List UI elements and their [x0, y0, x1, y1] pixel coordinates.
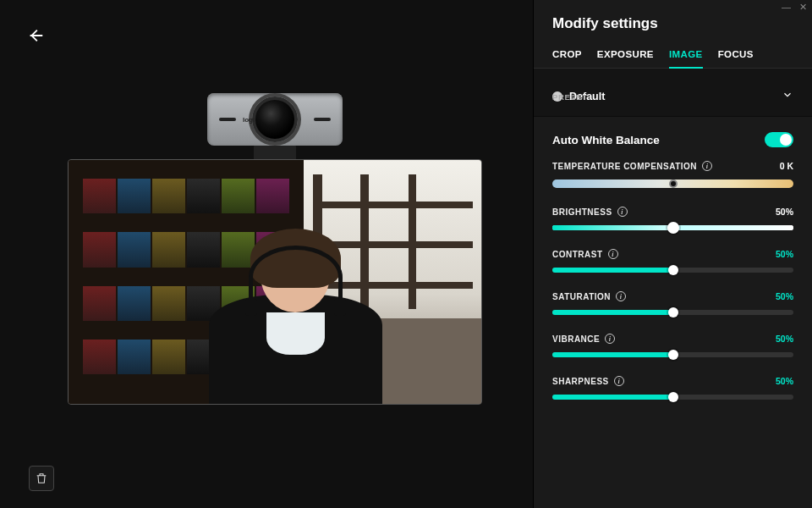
webcam-lens-icon [252, 97, 298, 142]
auto-white-balance-toggle[interactable] [765, 132, 793, 147]
temperature-value: 0 K [780, 161, 793, 171]
tab-exposure[interactable]: EXPOSURE [597, 42, 654, 68]
info-icon[interactable]: i [617, 207, 628, 217]
settings-scroll[interactable]: Auto White Balance TEMPERATURE COMPENSAT… [534, 117, 812, 508]
vibrance-control: VIBRANCEi50% [552, 334, 793, 357]
window-close-button[interactable]: ✕ [799, 2, 807, 13]
info-icon[interactable]: i [608, 249, 618, 259]
sharpness-control: SHARPNESSi50% [552, 376, 793, 400]
temperature-slider[interactable] [552, 179, 793, 188]
vibrance-value: 50% [776, 334, 793, 344]
contrast-label: CONTRASTi [552, 249, 618, 259]
tab-image[interactable]: IMAGE [669, 42, 703, 68]
sharpness-label: SHARPNESSi [552, 376, 624, 386]
brightness-label: BRIGHTNESSi [552, 207, 628, 217]
settings-tabs: CROPEXPOSUREIMAGEFOCUS [534, 42, 812, 69]
window-controls: ― ✕ [782, 2, 807, 13]
panel-title: Modify settings [534, 0, 812, 42]
trash-icon [35, 472, 48, 485]
window-minimize-button[interactable]: ― [782, 2, 791, 13]
vibrance-label: VIBRANCEi [552, 334, 615, 344]
tab-focus[interactable]: FOCUS [718, 42, 754, 68]
webcam-device: logi [207, 93, 343, 146]
delete-button[interactable] [29, 466, 54, 491]
info-icon[interactable]: i [605, 334, 615, 344]
preset-heading: PRESET [552, 92, 588, 102]
contrast-control: CONTRASTi50% [552, 249, 793, 273]
preview-pane: logi [0, 0, 533, 508]
contrast-value: 50% [776, 249, 793, 259]
tab-crop[interactable]: CROP [552, 42, 582, 68]
info-icon[interactable]: i [614, 376, 624, 386]
vibrance-slider[interactable] [552, 352, 793, 357]
temperature-control: TEMPERATURE COMPENSATION i 0 K [552, 161, 793, 188]
settings-panel: ― ✕ Modify settings CROPEXPOSUREIMAGEFOC… [533, 0, 812, 508]
brightness-control: BRIGHTNESSi50% [552, 207, 793, 230]
arrow-left-icon [26, 26, 45, 45]
video-preview [68, 159, 482, 405]
saturation-control: SATURATIONi50% [552, 291, 793, 315]
webcam-preview-stack: logi [68, 93, 482, 405]
sharpness-slider[interactable] [552, 395, 793, 400]
saturation-slider[interactable] [552, 310, 793, 315]
chevron-down-icon [782, 89, 793, 104]
contrast-slider[interactable] [552, 268, 793, 273]
sharpness-value: 50% [776, 376, 793, 386]
saturation-value: 50% [776, 291, 793, 301]
info-icon[interactable]: i [702, 161, 712, 171]
saturation-label: SATURATIONi [552, 291, 626, 301]
back-button[interactable] [24, 24, 47, 47]
brightness-value: 50% [776, 207, 793, 217]
preset-selector[interactable]: PRESET Default [534, 69, 812, 117]
webcam-brand-label: logi [243, 116, 255, 124]
info-icon[interactable]: i [616, 291, 626, 301]
auto-white-balance-label: Auto White Balance [552, 134, 660, 146]
brightness-slider[interactable] [552, 225, 793, 230]
temperature-label: TEMPERATURE COMPENSATION i [552, 161, 712, 171]
